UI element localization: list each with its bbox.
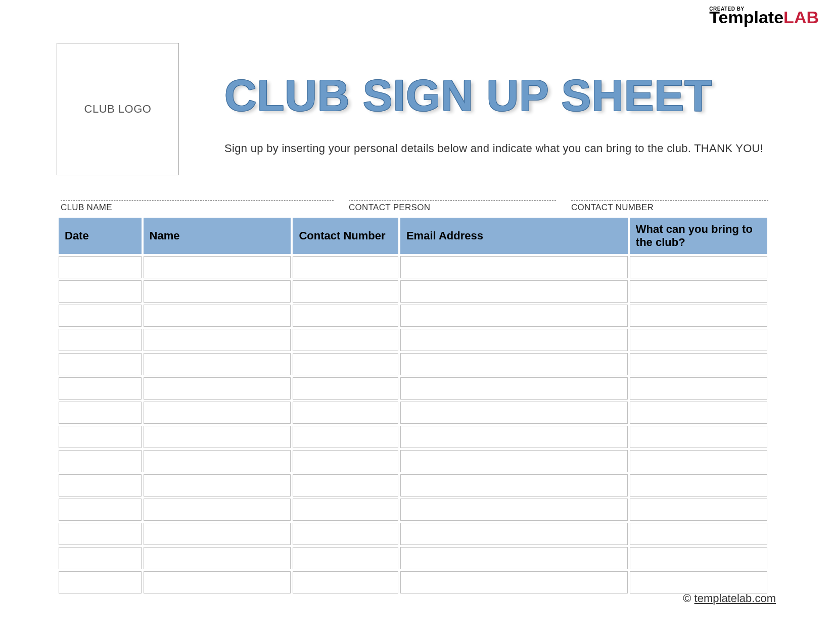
brand-badge: CREATED BY TemplateLAB <box>709 6 819 25</box>
brand-name-part1: Template <box>709 8 783 27</box>
info-line: CLUB NAME CONTACT PERSON CONTACT NUMBER <box>61 200 768 213</box>
cell-name[interactable] <box>144 523 291 545</box>
cell-name[interactable] <box>144 571 291 593</box>
cell-name[interactable] <box>144 305 291 327</box>
cell-bring[interactable] <box>630 329 767 351</box>
cell-email[interactable] <box>400 474 628 497</box>
cell-date[interactable] <box>59 474 142 497</box>
brand-name-part2: LAB <box>783 8 819 27</box>
cell-email[interactable] <box>400 499 628 521</box>
th-date: Date <box>59 218 142 254</box>
club-logo-label: CLUB LOGO <box>84 103 152 116</box>
cell-bring[interactable] <box>630 523 767 545</box>
cell-name[interactable] <box>144 450 291 472</box>
th-name: Name <box>144 218 291 254</box>
contact-person-field[interactable]: CONTACT PERSON <box>349 200 556 213</box>
table-row <box>59 571 767 593</box>
page-title: CLUB SIGN UP SHEET <box>224 73 763 118</box>
cell-date[interactable] <box>59 426 142 448</box>
cell-email[interactable] <box>400 329 628 351</box>
cell-date[interactable] <box>59 523 142 545</box>
cell-name[interactable] <box>144 474 291 497</box>
cell-cnum[interactable] <box>293 280 398 303</box>
cell-date[interactable] <box>59 547 142 569</box>
footer: © templatelab.com <box>683 592 776 605</box>
cell-bring[interactable] <box>630 450 767 472</box>
cell-date[interactable] <box>59 256 142 278</box>
cell-cnum[interactable] <box>293 450 398 472</box>
cell-email[interactable] <box>400 305 628 327</box>
cell-name[interactable] <box>144 353 291 375</box>
cell-date[interactable] <box>59 353 142 375</box>
cell-date[interactable] <box>59 571 142 593</box>
cell-name[interactable] <box>144 402 291 424</box>
cell-cnum[interactable] <box>293 353 398 375</box>
th-contact-number: Contact Number <box>293 218 398 254</box>
cell-bring[interactable] <box>630 377 767 400</box>
cell-cnum[interactable] <box>293 329 398 351</box>
cell-email[interactable] <box>400 426 628 448</box>
club-name-blank <box>61 200 334 201</box>
cell-email[interactable] <box>400 402 628 424</box>
contact-number-field[interactable]: CONTACT NUMBER <box>571 200 768 213</box>
cell-date[interactable] <box>59 305 142 327</box>
cell-email[interactable] <box>400 256 628 278</box>
cell-name[interactable] <box>144 499 291 521</box>
cell-cnum[interactable] <box>293 256 398 278</box>
cell-cnum[interactable] <box>293 426 398 448</box>
table-row <box>59 353 767 375</box>
cell-cnum[interactable] <box>293 499 398 521</box>
table-row <box>59 402 767 424</box>
cell-email[interactable] <box>400 571 628 593</box>
cell-name[interactable] <box>144 256 291 278</box>
cell-bring[interactable] <box>630 305 767 327</box>
cell-cnum[interactable] <box>293 474 398 497</box>
brand-name: TemplateLAB <box>709 10 819 25</box>
club-name-field[interactable]: CLUB NAME <box>61 200 334 213</box>
cell-date[interactable] <box>59 499 142 521</box>
cell-email[interactable] <box>400 377 628 400</box>
signup-table: Date Name Contact Number Email Address W… <box>57 216 769 596</box>
cell-email[interactable] <box>400 353 628 375</box>
club-name-label: CLUB NAME <box>61 203 334 213</box>
subtitle: Sign up by inserting your personal detai… <box>224 142 763 155</box>
cell-bring[interactable] <box>630 280 767 303</box>
cell-name[interactable] <box>144 280 291 303</box>
cell-bring[interactable] <box>630 256 767 278</box>
cell-bring[interactable] <box>630 547 767 569</box>
cell-cnum[interactable] <box>293 523 398 545</box>
cell-date[interactable] <box>59 402 142 424</box>
cell-bring[interactable] <box>630 402 767 424</box>
cell-cnum[interactable] <box>293 402 398 424</box>
cell-cnum[interactable] <box>293 571 398 593</box>
cell-bring[interactable] <box>630 426 767 448</box>
title-area: CLUB SIGN UP SHEET Sign up by inserting … <box>224 43 763 155</box>
table-row <box>59 474 767 497</box>
copyright-symbol: © <box>683 592 691 605</box>
cell-email[interactable] <box>400 523 628 545</box>
cell-bring[interactable] <box>630 571 767 593</box>
cell-cnum[interactable] <box>293 305 398 327</box>
contact-person-blank <box>349 200 556 201</box>
cell-bring[interactable] <box>630 474 767 497</box>
cell-cnum[interactable] <box>293 547 398 569</box>
cell-email[interactable] <box>400 280 628 303</box>
cell-name[interactable] <box>144 377 291 400</box>
cell-name[interactable] <box>144 426 291 448</box>
footer-link[interactable]: templatelab.com <box>694 592 776 605</box>
cell-date[interactable] <box>59 329 142 351</box>
cell-date[interactable] <box>59 450 142 472</box>
cell-bring[interactable] <box>630 499 767 521</box>
contact-person-label: CONTACT PERSON <box>349 203 556 213</box>
cell-email[interactable] <box>400 450 628 472</box>
cell-email[interactable] <box>400 547 628 569</box>
cell-date[interactable] <box>59 377 142 400</box>
cell-cnum[interactable] <box>293 377 398 400</box>
header-row: CLUB LOGO CLUB SIGN UP SHEET Sign up by … <box>57 43 834 175</box>
cell-bring[interactable] <box>630 353 767 375</box>
cell-name[interactable] <box>144 547 291 569</box>
table-row <box>59 329 767 351</box>
cell-name[interactable] <box>144 329 291 351</box>
cell-date[interactable] <box>59 280 142 303</box>
club-logo-placeholder[interactable]: CLUB LOGO <box>57 43 179 175</box>
